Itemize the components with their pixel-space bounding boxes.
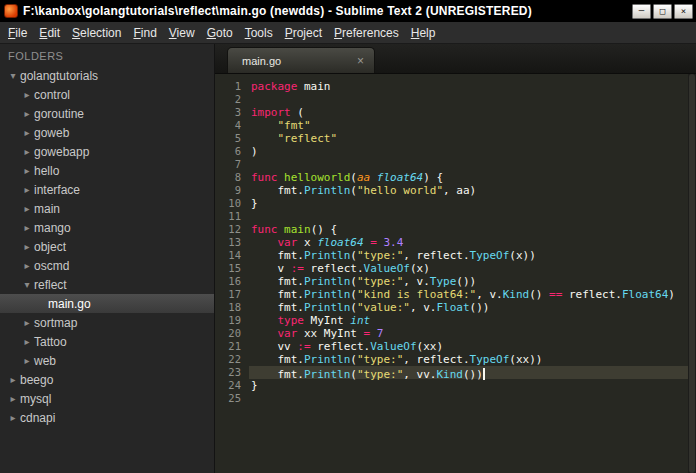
menu-find[interactable]: Find [127, 23, 162, 43]
chevron-right-icon[interactable]: ▸ [20, 317, 34, 328]
chevron-right-icon[interactable]: ▸ [6, 393, 20, 404]
code-line-16[interactable]: fmt.Println("type:", v.Type()) [249, 275, 696, 288]
token-pl: (x) [410, 262, 430, 275]
chevron-right-icon[interactable]: ▸ [20, 89, 34, 100]
tab-main-go[interactable]: main.go × [227, 47, 375, 73]
code-line-17[interactable]: fmt.Println("kind is float64:", v.Kind()… [249, 288, 696, 301]
token-kw: func [251, 171, 278, 184]
tree-item-label: goweb [34, 126, 69, 140]
token-pl [370, 327, 377, 340]
code-line-25[interactable] [249, 392, 696, 405]
folder-item-reflect[interactable]: ▾reflect [0, 275, 214, 294]
code-line-14[interactable]: fmt.Println("type:", reflect.TypeOf(x)) [249, 249, 696, 262]
code-line-18[interactable]: fmt.Println("value:", v.Float()) [249, 301, 696, 314]
token-pl: fmt. [251, 249, 304, 262]
chevron-right-icon[interactable]: ▸ [20, 108, 34, 119]
titlebar[interactable]: F:\kanbox\golangtutorials\reflect\main.g… [0, 0, 696, 22]
chevron-right-icon[interactable]: ▸ [20, 165, 34, 176]
code-line-5[interactable]: "reflect" [249, 132, 696, 145]
folder-item-interface[interactable]: ▸interface [0, 180, 214, 199]
folder-item-web[interactable]: ▸web [0, 351, 214, 370]
code-line-12[interactable]: func main() { [249, 223, 696, 236]
minimize-button[interactable]: ─ [632, 4, 651, 19]
code-line-7[interactable] [249, 158, 696, 171]
menu-file[interactable]: File [2, 23, 33, 43]
folder-item-goroutine[interactable]: ▸goroutine [0, 104, 214, 123]
chevron-down-icon[interactable]: ▾ [6, 70, 20, 81]
chevron-right-icon[interactable]: ▸ [20, 184, 34, 195]
folder-tree: ▾golangtutorials▸control▸goroutine▸goweb… [0, 66, 214, 427]
folder-item-gowebapp[interactable]: ▸gowebapp [0, 142, 214, 161]
chevron-right-icon[interactable]: ▸ [6, 412, 20, 423]
folder-item-beego[interactable]: ▸beego [0, 370, 214, 389]
folder-item-hello[interactable]: ▸hello [0, 161, 214, 180]
token-str: "type:" [357, 249, 403, 262]
code-line-21[interactable]: vv := reflect.ValueOf(xx) [249, 340, 696, 353]
folder-item-object[interactable]: ▸object [0, 237, 214, 256]
menu-edit[interactable]: Edit [33, 23, 66, 43]
code-line-11[interactable] [249, 210, 696, 223]
folder-item-sortmap[interactable]: ▸sortmap [0, 313, 214, 332]
menu-tools[interactable]: Tools [239, 23, 279, 43]
menu-project[interactable]: Project [279, 23, 328, 43]
chevron-right-icon[interactable]: ▸ [20, 355, 34, 366]
code-line-20[interactable]: var xx MyInt = 7 [249, 327, 696, 340]
tree-item-label: golangtutorials [20, 69, 98, 83]
folder-item-tattoo[interactable]: ▸Tattoo [0, 332, 214, 351]
code-line-4[interactable]: "fmt" [249, 119, 696, 132]
code-line-2[interactable] [249, 93, 696, 106]
code-line-15[interactable]: v := reflect.ValueOf(x) [249, 262, 696, 275]
folder-item-cdnapi[interactable]: ▸cdnapi [0, 408, 214, 427]
code-line-10[interactable]: } [249, 197, 696, 210]
chevron-right-icon[interactable]: ▸ [20, 146, 34, 157]
line-number: 20 [215, 327, 249, 340]
token-ca: Type [430, 275, 457, 288]
chevron-right-icon[interactable]: ▸ [20, 222, 34, 233]
token-pl: (xx)) [509, 353, 542, 366]
code-line-23[interactable]: fmt.Println("type:", vv.Kind()) [249, 366, 696, 379]
close-button[interactable]: × [674, 4, 693, 19]
code-line-8[interactable]: func helloworld(aa float64) { [249, 171, 696, 184]
folder-item-mysql[interactable]: ▸mysql [0, 389, 214, 408]
maximize-button[interactable]: □ [653, 4, 672, 19]
code-line-6[interactable]: ) [249, 145, 696, 158]
chevron-right-icon[interactable]: ▸ [20, 241, 34, 252]
file-item-main.go[interactable]: main.go [0, 294, 214, 313]
code-area[interactable]: 1234567891011121314151617181920212223242… [215, 74, 696, 473]
token-pl: ( [350, 275, 357, 288]
folder-item-oscmd[interactable]: ▸oscmd [0, 256, 214, 275]
menu-view[interactable]: View [163, 23, 201, 43]
menu-goto[interactable]: Goto [201, 23, 239, 43]
code-line-19[interactable]: type MyInt int [249, 314, 696, 327]
folder-item-golangtutorials[interactable]: ▾golangtutorials [0, 66, 214, 85]
folder-item-control[interactable]: ▸control [0, 85, 214, 104]
line-number: 23 [215, 366, 249, 379]
token-kw: func [251, 223, 278, 236]
chevron-down-icon[interactable]: ▾ [20, 279, 34, 290]
code-line-3[interactable]: import ( [249, 106, 696, 119]
code-line-13[interactable]: var x float64 = 3.4 [249, 236, 696, 249]
chevron-right-icon[interactable]: ▸ [20, 127, 34, 138]
menu-selection[interactable]: Selection [66, 23, 127, 43]
code-line-9[interactable]: fmt.Println("hello world", aa) [249, 184, 696, 197]
code-line-1[interactable]: package main [249, 80, 696, 93]
menu-help[interactable]: Help [405, 23, 442, 43]
folder-item-goweb[interactable]: ▸goweb [0, 123, 214, 142]
folder-item-mango[interactable]: ▸mango [0, 218, 214, 237]
scrollbar-thumb[interactable] [689, 74, 695, 473]
close-icon[interactable]: × [357, 55, 364, 67]
folder-item-main[interactable]: ▸main [0, 199, 214, 218]
menu-preferences[interactable]: Preferences [328, 23, 405, 43]
chevron-right-icon[interactable]: ▸ [20, 336, 34, 347]
code-line-22[interactable]: fmt.Println("type:", reflect.TypeOf(xx)) [249, 353, 696, 366]
token-ca: Kind [436, 368, 463, 381]
chevron-right-icon[interactable]: ▸ [20, 260, 34, 271]
window-controls: ─ □ × [632, 4, 693, 19]
scrollbar[interactable] [688, 74, 696, 473]
chevron-right-icon[interactable]: ▸ [6, 374, 20, 385]
token-pl: ()) [463, 368, 483, 381]
chevron-right-icon[interactable]: ▸ [20, 203, 34, 214]
token-ca: TypeOf [470, 353, 510, 366]
tree-item-label: main [34, 202, 60, 216]
token-op: := [291, 262, 304, 275]
